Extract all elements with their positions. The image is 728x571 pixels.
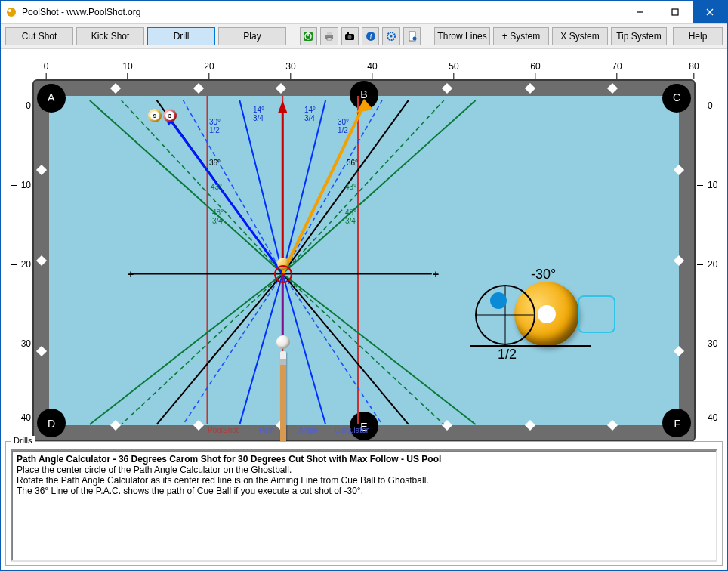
ruler-top: 0 10 20 30 40 50 60 70 80 — [1, 49, 727, 79]
titlebar: PoolShot - www.PoolShot.org — [1, 1, 727, 24]
help-button[interactable]: Help — [673, 27, 723, 45]
three-ball[interactable]: 3 — [163, 109, 177, 122]
toolbar: Cut Shot Kick Shot Drill Play i Throw Li… — [1, 24, 727, 49]
drills-legend: Drills — [11, 436, 35, 445]
svg-line-46 — [282, 273, 475, 424]
tip-system-button[interactable]: Tip System — [611, 27, 667, 45]
svg-marker-26 — [278, 100, 287, 113]
inset-cue-ball — [475, 285, 535, 345]
angle-label: 30°1/2 — [209, 119, 221, 134]
angle-label: 36° — [209, 159, 221, 168]
maximize-button[interactable] — [658, 1, 693, 23]
content-area: 0 10 20 30 40 50 60 70 80 0 10 20 30 40 … — [1, 49, 727, 570]
x-system-button[interactable]: X System — [552, 27, 608, 45]
inset-cue-outline — [578, 295, 615, 333]
plus-mark: + — [433, 268, 439, 280]
close-button[interactable] — [693, 1, 727, 23]
angle-label: 43° — [211, 184, 222, 192]
kick-shot-button[interactable]: Kick Shot — [76, 27, 144, 45]
cue-ball[interactable] — [276, 335, 290, 349]
svg-line-39 — [122, 100, 283, 273]
angle-label: 36° — [347, 159, 358, 168]
camera-icon[interactable] — [341, 27, 359, 45]
plus-mark: + — [128, 268, 134, 280]
inset-half: 1/2 — [498, 347, 517, 363]
inset-baseline — [470, 345, 591, 347]
svg-marker-50 — [356, 99, 373, 113]
watermark: Angle — [298, 427, 318, 435]
inset-tip-contact — [490, 292, 507, 309]
angle-label: 14°3/4 — [253, 106, 264, 122]
svg-point-20 — [412, 37, 416, 41]
svg-rect-3 — [672, 9, 678, 15]
svg-line-27 — [239, 100, 282, 273]
svg-point-0 — [7, 8, 16, 17]
svg-line-44 — [282, 100, 475, 273]
play-button[interactable]: Play — [218, 27, 286, 45]
watermark: Path — [259, 427, 275, 435]
svg-line-45 — [90, 273, 282, 424]
info-icon[interactable]: i — [362, 27, 379, 45]
svg-line-47 — [168, 117, 283, 274]
nine-ball[interactable]: 9 — [148, 109, 162, 122]
window-buttons — [623, 1, 727, 23]
gear-icon[interactable] — [382, 27, 399, 45]
svg-line-41 — [122, 273, 283, 424]
svg-line-32 — [282, 100, 382, 273]
svg-line-42 — [282, 273, 444, 424]
throw-lines-button[interactable]: Throw Lines — [434, 27, 490, 45]
drill-button[interactable]: Drill — [147, 27, 215, 45]
drills-fieldset: Drills Path Angle Calculator - 36 Degree… — [5, 441, 723, 566]
inset-angle: -30° — [531, 267, 556, 282]
svg-point-18 — [390, 35, 393, 38]
svg-line-43 — [90, 100, 282, 273]
svg-line-38 — [282, 273, 409, 424]
watermark: PoolShot — [208, 427, 239, 435]
svg-line-33 — [184, 273, 283, 424]
svg-line-37 — [157, 273, 283, 424]
ghost-ball[interactable] — [274, 265, 292, 283]
svg-line-30 — [282, 273, 325, 424]
plus-system-button[interactable]: + System — [493, 27, 549, 45]
app-window: PoolShot - www.PoolShot.org Cut Shot Kic… — [0, 0, 728, 571]
app-icon — [5, 6, 17, 18]
angle-label: 14°3/4 — [304, 106, 316, 122]
drill-line: The 36° Line of the P.A.C. shows the pat… — [17, 486, 363, 496]
watermark: Calculator — [335, 427, 369, 435]
svg-text:i: i — [369, 32, 372, 41]
power-icon[interactable] — [300, 27, 317, 45]
angle-label: 43° — [345, 184, 356, 192]
svg-line-40 — [282, 100, 444, 273]
svg-line-28 — [282, 100, 325, 273]
drill-title: Path Angle Calculator - 36 Degrees Carom… — [17, 454, 441, 465]
pool-table[interactable]: A B C D E F — [32, 79, 696, 442]
svg-rect-11 — [327, 38, 332, 40]
drill-description[interactable]: Path Angle Calculator - 36 Degrees Carom… — [11, 449, 717, 562]
minimize-button[interactable] — [623, 1, 658, 23]
svg-rect-10 — [327, 32, 332, 35]
cut-shot-button[interactable]: Cut Shot — [5, 27, 73, 45]
cut-shot-inset: -30° 1/2 — [455, 253, 606, 374]
angle-label: 48°3/4 — [345, 209, 356, 225]
angle-label: 30°1/2 — [338, 119, 349, 134]
drill-line: Place the center circle of the Path Angl… — [17, 465, 292, 475]
svg-point-13 — [348, 35, 352, 39]
document-icon[interactable] — [403, 27, 421, 45]
svg-line-34 — [282, 273, 382, 424]
svg-point-1 — [8, 9, 11, 12]
angle-label: 48°3/4 — [212, 209, 224, 225]
svg-line-29 — [239, 273, 282, 424]
drill-line: Rotate the Path Angle Calculator as its … — [17, 475, 429, 486]
drills-panel: Drills Path Angle Calculator - 36 Degree… — [5, 441, 723, 566]
svg-line-31 — [184, 100, 283, 273]
window-title: PoolShot - www.PoolShot.org — [22, 7, 623, 17]
print-icon[interactable] — [320, 27, 338, 45]
svg-rect-14 — [347, 32, 349, 34]
